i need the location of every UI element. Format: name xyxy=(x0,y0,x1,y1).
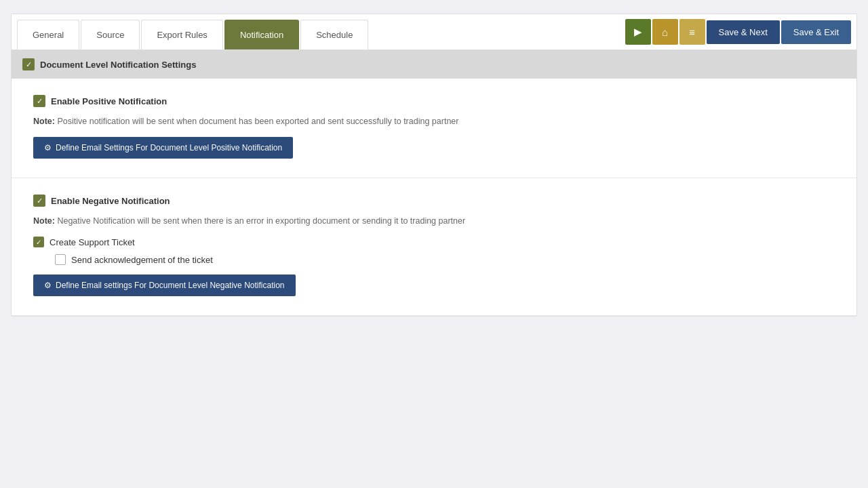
notes-button[interactable]: ≡ xyxy=(679,19,705,45)
section-header-checkbox[interactable]: ✓ xyxy=(22,58,35,70)
negative-notification-label: Enable Negative Notification xyxy=(51,196,170,206)
negative-notification-section: ✓ Enable Negative Notification Note: Neg… xyxy=(12,178,856,316)
tab-list: General Source Export Rules Notification… xyxy=(12,14,370,49)
send-ack-checkbox[interactable] xyxy=(55,254,66,265)
negative-notification-note: Note: Negative Notification will be sent… xyxy=(33,216,835,226)
home-button[interactable]: ⌂ xyxy=(652,19,678,45)
content: ✓ Document Level Notification Settings ✓… xyxy=(12,50,856,316)
define-negative-email-button[interactable]: Define Email settings For Document Level… xyxy=(33,274,296,296)
create-ticket-row: ✓ Create Support Ticket xyxy=(33,237,835,247)
positive-notification-note: Note: Positive notification will be sent… xyxy=(33,117,835,126)
positive-notification-label: Enable Positive Notification xyxy=(51,96,167,106)
save-next-button[interactable]: Save & Next xyxy=(707,20,780,44)
create-ticket-label: Create Support Ticket xyxy=(50,237,135,247)
send-ack-label: Send acknowledgement of the ticket xyxy=(71,255,213,265)
create-ticket-checkbox[interactable]: ✓ xyxy=(33,237,44,247)
section-header-title: Document Level Notification Settings xyxy=(40,60,196,70)
define-positive-email-button[interactable]: Define Email Settings For Document Level… xyxy=(33,137,293,159)
negative-notification-checkbox[interactable]: ✓ xyxy=(33,195,45,207)
section-header: ✓ Document Level Notification Settings xyxy=(12,50,856,79)
play-button[interactable]: ▶ xyxy=(625,19,651,45)
negative-notification-title-row: ✓ Enable Negative Notification xyxy=(33,195,835,207)
save-exit-button[interactable]: Save & Exit xyxy=(781,20,851,44)
tab-notification[interactable]: Notification xyxy=(224,20,299,49)
header-actions: ▶ ⌂ ≡ Save & Next Save & Exit xyxy=(625,19,856,45)
positive-notification-checkbox[interactable]: ✓ xyxy=(33,95,45,107)
tab-general[interactable]: General xyxy=(17,20,79,49)
gear-icon-negative xyxy=(44,281,52,290)
tab-export-rules[interactable]: Export Rules xyxy=(141,20,222,49)
tab-schedule[interactable]: Schedule xyxy=(300,20,368,49)
header-row: General Source Export Rules Notification… xyxy=(12,14,856,50)
tab-source[interactable]: Source xyxy=(81,20,140,49)
positive-notification-title-row: ✓ Enable Positive Notification xyxy=(33,95,835,107)
gear-icon xyxy=(44,143,52,152)
positive-notification-section: ✓ Enable Positive Notification Note: Pos… xyxy=(12,79,856,178)
send-ack-row: Send acknowledgement of the ticket xyxy=(55,254,835,265)
